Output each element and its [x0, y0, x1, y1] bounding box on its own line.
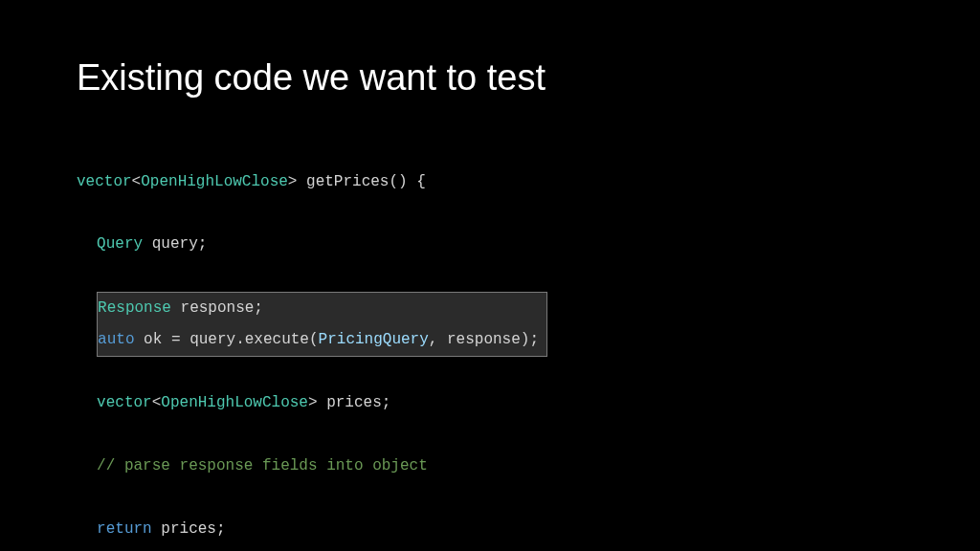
tok-id: prices;: [152, 520, 226, 538]
tok-id: ok: [135, 331, 171, 348]
tok-op: =: [171, 331, 181, 348]
slide: Existing code we want to test vector<Ope…: [0, 0, 980, 551]
tok-pun: <: [132, 173, 142, 190]
tok-keyword: return: [97, 520, 152, 538]
tok-pun: <: [152, 394, 162, 411]
code-line: vector<OpenHighLowClose> prices;: [77, 387, 903, 419]
tok-pun: >: [288, 173, 306, 190]
tok-type: OpenHighLowClose: [161, 394, 308, 411]
tok-comment: // parse response fields into object: [97, 457, 428, 474]
code-line: return prices;: [77, 514, 903, 545]
tok-id: query.: [181, 331, 245, 348]
tok-type: vector: [77, 173, 132, 190]
tok-pun: () {: [389, 173, 425, 190]
code-line: // parse response fields into object: [77, 451, 903, 482]
slide-title: Existing code we want to test: [77, 57, 903, 99]
tok-type: OpenHighLowClose: [141, 173, 288, 190]
tok-type: Query: [97, 235, 143, 253]
tok-pun: (: [309, 331, 319, 348]
tok-const: PricingQuery: [319, 331, 429, 348]
tok-id: , response);: [429, 331, 539, 348]
highlight-box: Response response; auto ok = query.execu…: [97, 292, 547, 357]
tok-keyword: auto: [98, 331, 134, 348]
tok-id: response;: [171, 299, 263, 317]
code-line-highlight: Response response; auto ok = query.execu…: [77, 292, 903, 357]
tok-fn: execute: [245, 331, 309, 348]
tok-type: vector: [97, 394, 152, 411]
tok-id: query;: [143, 235, 207, 253]
code-block: vector<OpenHighLowClose> getPrices() { Q…: [77, 135, 903, 551]
tok-type: Response: [98, 299, 171, 317]
code-line: Query query;: [77, 229, 903, 260]
tok-fn: getPrices: [306, 173, 389, 190]
tok-id: > prices;: [308, 394, 390, 411]
code-line: vector<OpenHighLowClose> getPrices() {: [77, 166, 903, 198]
